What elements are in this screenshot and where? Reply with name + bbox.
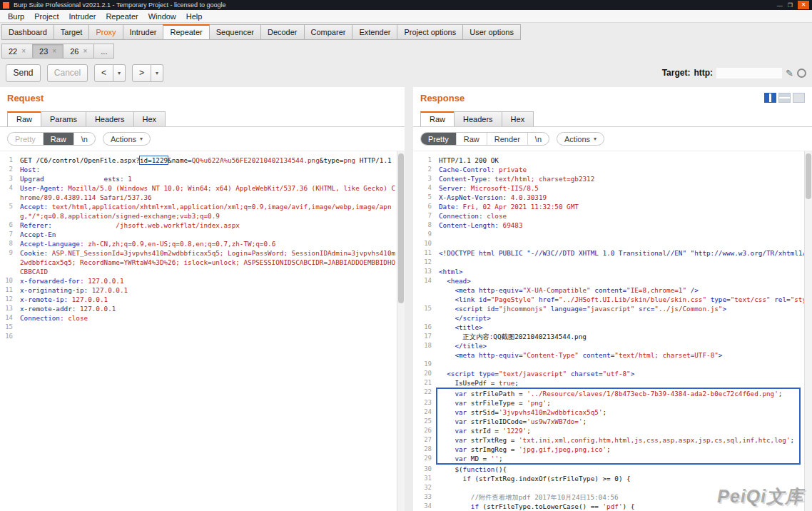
- code-token: ;: [547, 399, 551, 407]
- code-token: Mozilla/5.0 (Windows NT 10.0; Win64; x64…: [20, 184, 395, 201]
- line-number: 6: [1, 221, 17, 230]
- repeater-tab-22[interactable]: 22×: [1, 44, 33, 59]
- code-line: <meta http-equiv="X-UA-Compatible" conte…: [415, 285, 804, 295]
- actions-button[interactable]: Actions▾: [557, 132, 604, 146]
- tab-hex[interactable]: Hex: [133, 111, 166, 126]
- code-line: 23 var strFileType = 'png';: [415, 398, 804, 408]
- send-button[interactable]: Send: [6, 64, 41, 82]
- menu-help[interactable]: Help: [181, 11, 208, 21]
- code-line: 11x-originating-ip: 127.0.0.1: [1, 285, 397, 295]
- code-token: Upgrad: [20, 175, 44, 183]
- view-render-button[interactable]: Render: [487, 133, 528, 145]
- code-line: 32: [415, 483, 804, 492]
- tab-sequencer[interactable]: Sequencer: [209, 24, 261, 40]
- forward-dropdown-button[interactable]: ▾: [151, 64, 163, 82]
- view-side-by-side-button[interactable]: [764, 93, 776, 103]
- tab-dashboard[interactable]: Dashboard: [1, 24, 54, 40]
- line-text: <meta http-equiv="X-UA-Compatible" conte…: [436, 285, 804, 295]
- line-number: 12: [415, 258, 436, 267]
- code-line: 14Connection: close: [1, 313, 397, 323]
- actions-label: Actions: [111, 135, 136, 143]
- view-linebreak-button[interactable]: \n: [74, 133, 95, 145]
- code-token: png: [343, 156, 355, 164]
- menu-project[interactable]: Project: [29, 11, 64, 21]
- back-dropdown-button[interactable]: ▾: [113, 64, 126, 82]
- request-tab-bar: RawParamsHeadersHex: [0, 108, 405, 127]
- code-token: [52, 221, 116, 229]
- code-token: var: [455, 445, 467, 453]
- repeater-tab-23[interactable]: 23×: [32, 44, 64, 59]
- code-token: Host:: [20, 166, 40, 173]
- menu-window[interactable]: Window: [143, 11, 181, 21]
- tab-raw[interactable]: Raw: [7, 111, 41, 126]
- cancel-button[interactable]: Cancel: [47, 64, 88, 82]
- line-number: 6: [415, 202, 436, 211]
- tab-proxy[interactable]: Proxy: [88, 24, 123, 40]
- repeater-tab-26[interactable]: 26×: [63, 44, 94, 59]
- code-line: 13<html>: [415, 267, 804, 276]
- tab-hex[interactable]: Hex: [502, 111, 534, 126]
- request-editor[interactable]: 1GET /C6/control/OpenFile.aspx?id=1229&n…: [0, 151, 397, 511]
- code-line: 10: [415, 239, 804, 248]
- tab-close-icon[interactable]: ×: [52, 47, 56, 55]
- tab-comparer[interactable]: Comparer: [304, 24, 353, 40]
- target-config-icon[interactable]: [797, 69, 806, 78]
- code-token: &type=: [320, 156, 344, 164]
- code-token: "X-UA-Compatible": [523, 286, 591, 294]
- response-scrollbar[interactable]: [804, 151, 812, 511]
- view-linebreak-button[interactable]: \n: [528, 133, 549, 145]
- tab-headers[interactable]: Headers: [454, 111, 502, 126]
- tab-repeater[interactable]: Repeater: [163, 24, 209, 40]
- tab-project-options[interactable]: Project options: [397, 24, 463, 40]
- view-raw-button[interactable]: Raw: [44, 133, 74, 145]
- menu-intruder[interactable]: Intruder: [64, 11, 101, 21]
- menu-burp[interactable]: Burp: [3, 11, 29, 21]
- tab-close-icon[interactable]: ×: [21, 47, 26, 55]
- line-text: if (strFileType.toLowerCase() == 'pdf') …: [436, 502, 804, 511]
- line-number: 33: [415, 492, 436, 502]
- maximize-button[interactable]: ❐: [788, 1, 793, 9]
- view-pretty-button[interactable]: Pretty: [8, 133, 44, 145]
- code-token: 'pdf': [603, 502, 623, 510]
- menu-repeater[interactable]: Repeater: [101, 11, 143, 21]
- tab-params[interactable]: Params: [41, 111, 86, 126]
- line-number: 9: [1, 248, 17, 276]
- chevron-down-icon: ▾: [140, 136, 143, 142]
- minimize-button[interactable]: —: [777, 1, 783, 9]
- tab-decoder[interactable]: Decoder: [260, 24, 305, 40]
- repeater-tab-label: ...: [101, 47, 107, 56]
- code-line: 25 var strFileIDCode='us9w7xWB7do=';: [415, 417, 804, 426]
- forward-button[interactable]: >: [132, 64, 151, 82]
- line-number: 20: [415, 369, 436, 378]
- line-text: [17, 323, 397, 332]
- edit-pencil-icon[interactable]: ✎: [786, 68, 793, 79]
- tab-target[interactable]: Target: [54, 24, 90, 40]
- request-scrollbar[interactable]: [397, 151, 405, 511]
- tab-close-icon[interactable]: ×: [83, 47, 87, 55]
- code-token: [439, 370, 447, 378]
- tab-headers[interactable]: Headers: [86, 111, 134, 126]
- tab-extender[interactable]: Extender: [352, 24, 397, 40]
- view-top-bottom-button[interactable]: [778, 93, 791, 103]
- view-raw-button[interactable]: Raw: [457, 133, 487, 145]
- line-text: var strFilePath = '../Resource/slaves/1/…: [436, 388, 801, 398]
- repeater-tab-item[interactable]: ...: [93, 44, 114, 59]
- response-editor[interactable]: 1HTTP/1.1 200 OK2Cache-Control: private3…: [413, 151, 804, 511]
- code-token: strFileType =: [467, 399, 527, 407]
- tab-raw[interactable]: Raw: [420, 111, 455, 126]
- code-line: 16 <title>: [415, 323, 804, 332]
- code-line: 31 if (strTxtReg.indexOf(strFileType) >=…: [415, 474, 804, 483]
- close-button[interactable]: ✕: [798, 1, 809, 9]
- view-tabs-button[interactable]: [793, 93, 805, 103]
- back-button[interactable]: <: [94, 64, 113, 82]
- code-token: 正文内容:QQ截图20210402134544.png: [439, 333, 587, 340]
- repeater-tab-label: 26: [70, 47, 78, 56]
- view-pretty-button[interactable]: Pretty: [421, 133, 457, 145]
- tab-intruder[interactable]: Intruder: [123, 24, 164, 40]
- code-token: [44, 175, 104, 183]
- scrollbar-thumb[interactable]: [398, 153, 404, 303]
- scrollbar-thumb[interactable]: [806, 153, 811, 199]
- actions-button[interactable]: Actions▾: [103, 132, 151, 146]
- tab-user-options[interactable]: User options: [462, 24, 521, 40]
- line-number: 26: [415, 426, 436, 435]
